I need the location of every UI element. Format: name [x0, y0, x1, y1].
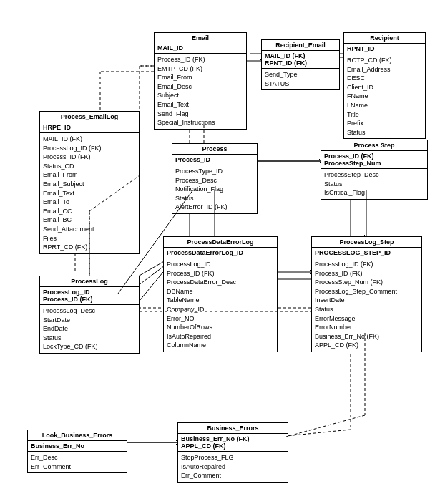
process-dataerrorlog-field: ProcessLog_ID	[167, 260, 274, 269]
processlog-field: LockType_CD (FK)	[43, 342, 136, 352]
processlog-step-fields: ProcessLog_ID (FK) Process_ID (FK) Proce…	[312, 258, 421, 352]
process-dataerrorlog-field: Error_NO	[167, 314, 274, 324]
process-step-entity: Process Step Process_ID (FK)ProcessStep_…	[321, 140, 428, 200]
email-field: Process_ID (FK)	[157, 55, 243, 64]
process-emaillog-field: ProcessLog_ID (FK)	[43, 144, 136, 153]
email-field: Email_From	[157, 73, 243, 82]
processlog-step-field: ProcessStep_Num (FK)	[315, 278, 419, 287]
process-field: Notification_Flag	[175, 185, 254, 194]
process-emaillog-pk: HRPE_ID	[40, 122, 139, 133]
process-dataerrorlog-field: TableName	[167, 296, 274, 305]
processlog-step-field: Status	[315, 305, 419, 314]
look-business-errors-title: Look_Business_Errors	[28, 430, 127, 441]
business-errors-field: IsAutoRepaired	[181, 462, 285, 472]
email-field: Subject	[157, 91, 243, 100]
process-step-field: IsCritical_Flag	[324, 188, 424, 198]
processlog-field: ProcessLog_Desc	[43, 306, 136, 316]
look-business-errors-fields: Err_Desc Err_Comment	[28, 452, 127, 472]
processlog-field: Status	[43, 334, 136, 343]
process-dataerrorlog-fields: ProcessLog_ID Process_ID (FK) ProcessDat…	[164, 258, 277, 352]
process-emaillog-title: Process_EmailLog	[40, 112, 139, 122]
business-errors-title: Business_Errors	[178, 423, 288, 434]
recipient-email-fields: Send_Type STATUS	[262, 69, 339, 89]
email-fields: Process_ID (FK) EMTP_CD (FK) Email_From …	[155, 54, 246, 129]
process-step-pk: Process_ID (FK)ProcessStep_Num	[321, 151, 427, 169]
process-dataerrorlog-field: ProcessDataError_Desc	[167, 278, 274, 287]
business-errors-pk: Business_Err_No (FK)APPL_CD (FK)	[178, 434, 288, 452]
process-emaillog-field: Status_CD	[43, 162, 136, 171]
svg-line-43	[286, 415, 365, 437]
recipient-field: LName	[347, 101, 422, 110]
processlog-title: ProcessLog	[40, 276, 139, 287]
email-entity: Email MAIL_ID Process_ID (FK) EMTP_CD (F…	[154, 32, 247, 130]
svg-line-36	[140, 272, 163, 301]
process-emaillog-field: Process_ID (FK)	[43, 152, 136, 162]
recipient-fields: RCTP_CD (FK) Email_Address DESC Client_I…	[344, 54, 425, 138]
process-dataerrorlog-title: ProcessDataErrorLog	[164, 237, 277, 248]
process-title: Process	[172, 144, 257, 155]
recipient-field: Prefix	[347, 119, 422, 128]
process-emaillog-field: Email_CC	[43, 207, 136, 216]
email-field: Send_Flag	[157, 110, 243, 119]
process-fields: ProcessType_ID Process_Desc Notification…	[172, 165, 257, 213]
process-pk: Process_ID	[172, 155, 257, 165]
recipient-field: Email_Address	[347, 65, 422, 74]
process-step-field: ProcessStep_Desc	[324, 170, 424, 180]
recipient-entity: Recipient RPNT_ID RCTP_CD (FK) Email_Add…	[343, 32, 426, 139]
email-field: Email_Desc	[157, 82, 243, 92]
recipient-email-pk: MAIL_ID (FK)RPNT_ID (FK)	[262, 51, 339, 69]
recipient-title: Recipient	[344, 33, 425, 44]
process-emaillog-field: Email_From	[43, 170, 136, 180]
processlog-pk: ProcessLog_IDProcess_ID (FK)	[40, 287, 139, 305]
recipient-email-field: Send_Type	[265, 70, 336, 79]
recipient-field: DESC	[347, 74, 422, 83]
process-field: ProcessType_ID	[175, 167, 254, 176]
processlog-step-title: ProcessLog_Step	[312, 237, 421, 248]
process-dataerrorlog-entity: ProcessDataErrorLog ProcessDataErrorLog_…	[163, 236, 278, 352]
processlog-entity: ProcessLog ProcessLog_IDProcess_ID (FK) …	[39, 276, 140, 354]
processlog-step-field: InsertDate	[315, 296, 419, 305]
process-dataerrorlog-field: IsAutoRepaired	[167, 332, 274, 341]
recipient-field: Title	[347, 110, 422, 120]
recipient-pk: RPNT_ID	[344, 44, 425, 54]
process-emaillog-field: Email_Subject	[43, 180, 136, 189]
look-business-errors-pk: Business_Err_No	[28, 441, 127, 452]
process-field: Status	[175, 194, 254, 203]
process-emaillog-field: Send_Attachment	[43, 225, 136, 234]
processlog-step-field: ProcessLog_Step_Comment	[315, 287, 419, 296]
business-errors-field: StopProcess_FLG	[181, 453, 285, 462]
business-errors-entity: Business_Errors Business_Err_No (FK)APPL…	[177, 422, 288, 483]
email-field: EMTP_CD (FK)	[157, 64, 243, 74]
processlog-step-entity: ProcessLog_Step PROCESSLOG_STEP_ID Proce…	[311, 236, 422, 352]
processlog-step-field: ErrorNumber	[315, 323, 419, 332]
processlog-step-pk: PROCESSLOG_STEP_ID	[312, 248, 421, 258]
recipient-field: Status	[347, 128, 422, 137]
email-field: Email_Text	[157, 100, 243, 110]
processlog-step-field: ErrorMessage	[315, 314, 419, 324]
process-field: AlertError_ID (FK)	[175, 203, 254, 212]
process-emaillog-entity: Process_EmailLog HRPE_ID MAIL_ID (FK) Pr…	[39, 111, 140, 254]
processlog-fields: ProcessLog_Desc StartDate EndDate Status…	[40, 305, 139, 353]
process-dataerrorlog-field: Company_ID	[167, 305, 274, 314]
process-dataerrorlog-field: ColumnName	[167, 341, 274, 350]
recipient-email-field: STATUS	[265, 79, 336, 89]
processlog-step-field: APPL_CD (FK)	[315, 341, 419, 350]
process-emaillog-field: RPRT_CD (FK)	[43, 243, 136, 252]
email-field: Special_Instructions	[157, 118, 243, 127]
processlog-step-field: Business_Err_No (FK)	[315, 332, 419, 341]
look-business-errors-entity: Look_Business_Errors Business_Err_No Err…	[27, 430, 127, 473]
process-emaillog-fields: MAIL_ID (FK) ProcessLog_ID (FK) Process_…	[40, 133, 139, 253]
process-entity: Process Process_ID ProcessType_ID Proces…	[172, 143, 258, 214]
process-emaillog-field: Email_To	[43, 198, 136, 207]
process-dataerrorlog-pk: ProcessDataErrorLog_ID	[164, 248, 277, 258]
process-dataerrorlog-field: DBName	[167, 287, 274, 296]
business-errors-field: Err_Comment	[181, 471, 285, 480]
business-errors-fields: StopProcess_FLG IsAutoRepaired Err_Comme…	[178, 452, 288, 482]
process-step-field: Status	[324, 180, 424, 189]
process-field: Process_Desc	[175, 176, 254, 185]
process-emaillog-field: Email_BC	[43, 215, 136, 225]
recipient-field: Client_ID	[347, 83, 422, 92]
process-emaillog-field: Email_Text	[43, 189, 136, 198]
diagram: Email MAIL_ID Process_ID (FK) EMTP_CD (F…	[0, 0, 435, 504]
process-step-title: Process Step	[321, 140, 427, 151]
